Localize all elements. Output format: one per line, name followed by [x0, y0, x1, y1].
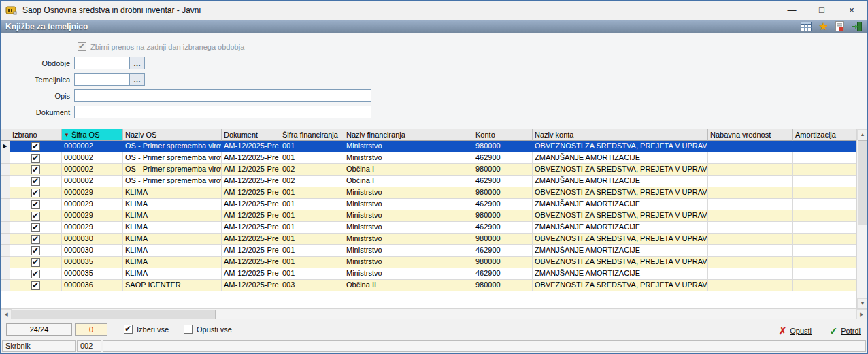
izberi-vse-checkbox[interactable]: Izberi vse [124, 325, 169, 334]
cell-naziv_konta: ZMANJŠANJE AMORTIZACIJE [533, 199, 708, 210]
row-selector [1, 199, 10, 210]
grid-row[interactable]: 0000002OS - Primer sprememba virovAM-12/… [1, 152, 856, 164]
grid-row[interactable]: 0000036SAOP ICENTERAM-12/2025-Pre003Obči… [1, 280, 856, 291]
izberi-vse-box[interactable] [124, 325, 133, 334]
column-header-sifra_os[interactable]: ▼Šifra OS [62, 129, 123, 141]
cell-naziv_konta: OBVEZNOSTI ZA SREDSTVA, PREJETA V UPRAVL… [533, 187, 708, 199]
sort-desc-icon: ▼ [64, 132, 69, 138]
scroll-left-icon[interactable]: ◀ [1, 309, 12, 320]
cell-naziv_konta: ZMANJŠANJE AMORTIZACIJE [533, 245, 708, 257]
obdobje-picker-button[interactable]: … [130, 57, 145, 69]
row-checkbox[interactable] [31, 189, 40, 197]
opusti-vse-checkbox[interactable]: Opusti vse [184, 325, 232, 334]
cell-dokument: AM-12/2025-Pre [222, 222, 280, 234]
cell-izbrano[interactable] [10, 141, 62, 152]
cell-naziv_fin: Občina II [344, 280, 473, 291]
cell-naziv_os: KLIMA [123, 210, 222, 222]
row-selector: ▶ [1, 141, 10, 152]
minimize-icon[interactable]: — [782, 3, 802, 18]
opusti-button[interactable]: ✗ Opusti [778, 324, 812, 338]
cell-izbrano[interactable] [10, 257, 62, 268]
table-settings-icon[interactable] [801, 21, 812, 31]
temeljnica-input[interactable] [74, 73, 130, 86]
row-checkbox[interactable] [31, 281, 40, 290]
cell-izbrano[interactable] [10, 234, 62, 245]
cell-sifra_os: 0000036 [62, 280, 123, 291]
grid-row[interactable]: 0000002OS - Primer sprememba virovAM-12/… [1, 176, 856, 187]
cell-sifra_os: 0000002 [62, 164, 123, 176]
opis-input[interactable] [74, 89, 371, 102]
cell-konto: 980000 [473, 257, 533, 268]
close-icon[interactable]: × [841, 3, 862, 18]
cell-sifra_os: 0000002 [62, 141, 123, 152]
row-checkbox[interactable] [31, 212, 40, 221]
cell-izbrano[interactable] [10, 187, 62, 199]
grid-row[interactable]: 0000035KLIMAAM-12/2025-Pre001Ministrstvo… [1, 268, 856, 280]
grid-row[interactable]: 0000030KLIMAAM-12/2025-Pre001Ministrstvo… [1, 234, 856, 245]
cell-izbrano[interactable] [10, 280, 62, 291]
report-icon[interactable] [835, 21, 844, 31]
cell-nabavna [708, 268, 793, 280]
cell-izbrano[interactable] [10, 210, 62, 222]
cell-izbrano[interactable] [10, 245, 62, 257]
cell-izbrano[interactable] [10, 222, 62, 234]
row-checkbox[interactable] [31, 258, 40, 267]
cell-izbrano[interactable] [10, 268, 62, 280]
favorites-star-icon[interactable]: ★ [819, 21, 828, 31]
dokument-input[interactable] [74, 106, 371, 118]
cell-sifra_fin: 003 [280, 280, 344, 291]
maximize-icon[interactable]: □ [812, 3, 832, 18]
grid-row[interactable]: 0000029KLIMAAM-12/2025-Pre001Ministrstvo… [1, 210, 856, 222]
cell-sifra_os: 0000030 [62, 245, 123, 257]
cell-izbrano[interactable] [10, 199, 62, 210]
cell-amort [793, 234, 856, 245]
row-checkbox[interactable] [31, 200, 40, 209]
cell-nabavna [708, 199, 793, 210]
column-header-amort[interactable]: Amortizacija [793, 129, 856, 141]
row-checkbox[interactable] [31, 270, 40, 278]
row-checkbox[interactable] [31, 154, 40, 163]
grid-row[interactable]: 0000029KLIMAAM-12/2025-Pre001Ministrstvo… [1, 187, 856, 199]
column-header-izbrano[interactable]: Izbrano [10, 129, 62, 141]
column-header-dokument[interactable]: Dokument [222, 129, 280, 141]
cell-amort [793, 257, 856, 268]
grid-row[interactable]: 0000029KLIMAAM-12/2025-Pre001Ministrstvo… [1, 222, 856, 234]
row-checkbox[interactable] [31, 223, 40, 232]
row-checkbox[interactable] [31, 177, 40, 186]
row-selector [1, 257, 10, 268]
cell-nabavna [708, 222, 793, 234]
cell-izbrano[interactable] [10, 176, 62, 187]
row-checkbox[interactable] [31, 235, 40, 244]
vertical-scroll-thumb[interactable] [858, 140, 867, 225]
horizontal-scrollbar[interactable]: ◀ ▶ [1, 308, 867, 319]
temeljnica-picker-button[interactable]: … [130, 73, 145, 86]
opusti-vse-box[interactable] [184, 325, 193, 334]
exit-icon[interactable] [851, 21, 862, 31]
column-header-sifra_fin[interactable]: Šifra financiranja [280, 129, 344, 141]
cell-izbrano[interactable] [10, 152, 62, 164]
grid-row[interactable]: ▶0000002OS - Primer sprememba virovAM-12… [1, 141, 856, 152]
cell-izbrano[interactable] [10, 164, 62, 176]
column-header-konto[interactable]: Konto [473, 129, 533, 141]
potrdi-button[interactable]: ✓ Potrdi [830, 324, 861, 338]
grid-row[interactable]: 0000030KLIMAAM-12/2025-Pre001Ministrstvo… [1, 245, 856, 257]
vertical-scrollbar[interactable]: ▲ ▼ [856, 129, 867, 309]
row-checkbox[interactable] [31, 165, 40, 174]
grid-row[interactable]: 0000029KLIMAAM-12/2025-Pre001Ministrstvo… [1, 199, 856, 210]
statusbar-user: Skrbnik [2, 340, 76, 352]
row-checkbox[interactable] [31, 246, 40, 255]
horizontal-scroll-thumb[interactable] [12, 310, 216, 319]
column-header-nabavna[interactable]: Nabavna vrednost [708, 129, 793, 141]
scroll-down-icon[interactable]: ▼ [857, 298, 868, 309]
grid-row[interactable]: 0000035KLIMAAM-12/2025-Pre001Ministrstvo… [1, 257, 856, 268]
column-header-naziv_fin[interactable]: Naziv financiranja [344, 129, 473, 141]
cell-konto: 462900 [473, 245, 533, 257]
scroll-right-icon[interactable]: ▶ [856, 309, 867, 320]
scroll-up-icon[interactable]: ▲ [857, 129, 868, 140]
filter-form: Zbirni prenos na zadnji dan izbranega ob… [1, 33, 867, 129]
column-header-naziv_konta[interactable]: Naziv konta [533, 129, 708, 141]
row-checkbox[interactable] [31, 142, 40, 151]
column-header-naziv_os[interactable]: Naziv OS [123, 129, 222, 141]
grid-row[interactable]: 0000002OS - Primer sprememba virovAM-12/… [1, 164, 856, 176]
obdobje-input[interactable] [74, 57, 130, 69]
